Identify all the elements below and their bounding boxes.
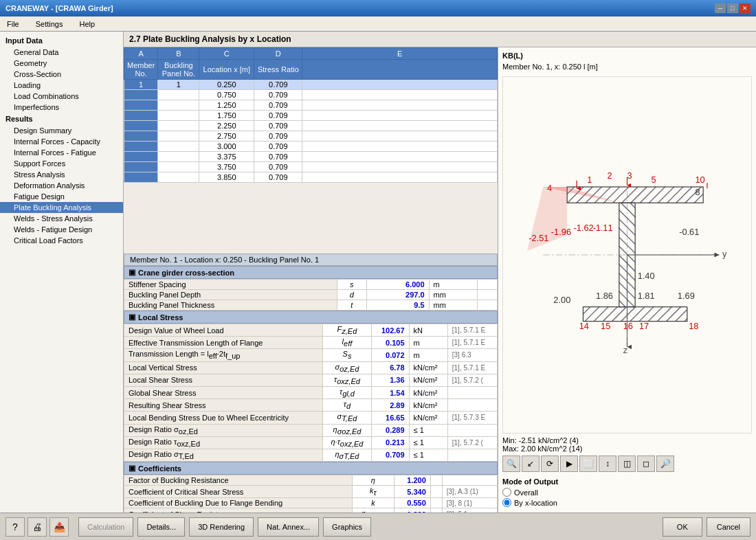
sidebar-item-welds-stress[interactable]: Welds - Stress Analysis xyxy=(0,213,123,224)
row-unit xyxy=(430,486,442,498)
cell-panel xyxy=(158,100,199,111)
play-icon[interactable]: ▶ xyxy=(560,455,578,472)
row-value: 1.36 xyxy=(371,374,409,386)
sidebar-item-stress-analysis[interactable]: Stress Analysis xyxy=(0,169,123,180)
svg-text:1.86: 1.86 xyxy=(596,291,613,301)
table-row[interactable]: 1.250 0.709 xyxy=(124,100,498,111)
svg-text:15: 15 xyxy=(601,321,610,331)
mode-by-x[interactable]: By x-location xyxy=(502,498,752,507)
table-row[interactable]: 3.375 0.709 xyxy=(124,152,498,162)
cell-location: 3.850 xyxy=(199,172,254,183)
nat-annex-button[interactable]: Nat. Annex... xyxy=(258,517,319,537)
frame-icon[interactable]: ◻ xyxy=(637,455,655,472)
svg-text:16: 16 xyxy=(623,321,633,331)
sidebar-item-design-summary[interactable]: Design Summary xyxy=(0,125,123,136)
zoom-icon[interactable]: 🔍 xyxy=(502,455,520,472)
table-row[interactable]: 3.850 0.709 xyxy=(124,172,498,183)
cell-e xyxy=(302,162,498,172)
sidebar-item-loading[interactable]: Loading xyxy=(0,80,123,91)
cell-location: 1.750 xyxy=(199,111,254,121)
svg-text:-1.11: -1.11 xyxy=(592,223,612,233)
sidebar-item-internal-forces-fatigue[interactable]: Internal Forces - Fatigue xyxy=(0,147,123,158)
detail-row: Effective Transmission Length of Flange … xyxy=(124,337,498,349)
table-row[interactable]: 0.750 0.709 xyxy=(124,90,498,100)
max-value: Max: 2.00 kN/cm^2 (14) xyxy=(502,445,752,453)
col-header-a: A xyxy=(124,48,158,60)
sidebar-item-imperfections[interactable]: Imperfections xyxy=(0,102,123,113)
table-row[interactable]: 1.750 0.709 xyxy=(124,111,498,121)
detail-row: Design Value of Wheel Load Fz,Ed 102.67 … xyxy=(124,324,498,337)
menu-help[interactable]: Help xyxy=(75,19,99,30)
row-label: Buckling Panel Thickness xyxy=(124,300,337,311)
cell-ratio: 0.709 xyxy=(254,80,302,90)
graphics-button[interactable]: Graphics xyxy=(323,517,371,537)
ok-button[interactable]: OK xyxy=(663,517,702,537)
cell-ratio: 0.709 xyxy=(254,100,302,111)
sidebar-item-plate-buckling[interactable]: Plate Buckling Analysis xyxy=(0,202,123,213)
mode-overall[interactable]: Overall xyxy=(502,488,752,497)
table-row[interactable]: 3.000 0.709 xyxy=(124,142,498,152)
detail-row: Coefficient of Buckling Due to Flange Be… xyxy=(124,498,498,508)
sidebar-item-welds-fatigue[interactable]: Welds - Fatigue Design xyxy=(0,224,123,235)
calculation-button[interactable]: Calculation xyxy=(78,517,133,537)
maximize-button[interactable]: □ xyxy=(727,3,738,13)
subheader-panel: Buckling Panel No. xyxy=(158,60,199,80)
row-ref xyxy=(447,386,497,398)
close-button[interactable]: ✕ xyxy=(740,3,751,13)
cell-e xyxy=(302,142,498,152)
fit-icon[interactable]: ↙ xyxy=(522,455,540,472)
cancel-button[interactable]: Cancel xyxy=(707,517,751,537)
cross-section-header[interactable]: ▣ Crane girder cross-section xyxy=(124,266,498,279)
row-symbol: leff xyxy=(323,337,371,349)
sidebar-item-general-data[interactable]: General Data xyxy=(0,47,123,58)
sidebar-item-deformation-analysis[interactable]: Deformation Analysis xyxy=(0,180,123,191)
left-panel: A B C D E Member No. Buckling Panel No. … xyxy=(124,47,498,513)
svg-text:3: 3 xyxy=(627,170,632,181)
row-ref: [3], A.3 (1) xyxy=(442,486,497,498)
sidebar-item-support-forces[interactable]: Support Forces xyxy=(0,158,123,169)
svg-text:8: 8 xyxy=(695,187,700,197)
sidebar-item-critical-load[interactable]: Critical Load Factors xyxy=(0,235,123,246)
min-value: Min: -2.51 kN/cm^2 (4) xyxy=(502,436,752,445)
row-ref xyxy=(477,290,497,300)
sidebar-item-fatigue-design[interactable]: Fatigue Design xyxy=(0,191,123,202)
split-icon[interactable]: ◫ xyxy=(618,455,636,472)
menu-file[interactable]: File xyxy=(3,19,23,30)
table-row[interactable]: 3.750 0.709 xyxy=(124,162,498,172)
mode-byx-radio[interactable] xyxy=(502,498,511,507)
sidebar-item-internal-forces-capacity[interactable]: Internal Forces - Capacity xyxy=(0,136,123,147)
coefficients-header[interactable]: ▣ Coefficients xyxy=(124,462,498,475)
detail-row: Transmission Length = leff·2tf_up Ss 0.0… xyxy=(124,349,498,361)
zoom-in-icon[interactable]: 🔎 xyxy=(656,455,674,472)
menu-bar: File Settings Help xyxy=(0,16,756,32)
help-icon-btn[interactable]: ? xyxy=(5,517,25,537)
menu-settings[interactable]: Settings xyxy=(32,19,67,30)
sidebar-item-cross-section[interactable]: Cross-Section xyxy=(0,69,123,80)
reset-icon[interactable]: ⟳ xyxy=(541,455,559,472)
sidebar-item-load-combinations[interactable]: Load Combinations xyxy=(0,91,123,102)
row-ref xyxy=(447,399,497,412)
height-icon[interactable]: ↕ xyxy=(599,455,616,472)
sidebar-item-geometry[interactable]: Geometry xyxy=(0,58,123,69)
print-icon-btn[interactable]: 🖨 xyxy=(27,517,47,537)
row-symbol: η·τoxz,Ed xyxy=(323,436,371,449)
select-icon[interactable]: ⬜ xyxy=(579,455,597,472)
cell-location: 3.750 xyxy=(199,162,254,172)
detail-row: Coefficient of Critical Shear Stress kτ … xyxy=(124,486,498,498)
mode-overall-radio[interactable] xyxy=(502,488,511,497)
table-row[interactable]: 1 1 0.250 0.709 xyxy=(124,80,498,90)
table-row[interactable]: 2.750 0.709 xyxy=(124,131,498,142)
row-value: 5.340 xyxy=(394,486,430,498)
row-symbol: ησT,Ed xyxy=(323,449,371,461)
export-icon-btn[interactable]: 📤 xyxy=(49,517,69,537)
rendering-button[interactable]: 3D Rendering xyxy=(189,517,254,537)
local-stress-header[interactable]: ▣ Local Stress xyxy=(124,311,498,324)
table-row[interactable]: 2.250 0.709 xyxy=(124,121,498,131)
row-label: Transmission Length = leff·2tf_up xyxy=(124,349,323,361)
cell-e xyxy=(302,172,498,183)
content-body: A B C D E Member No. Buckling Panel No. … xyxy=(124,47,756,513)
minimize-button[interactable]: ─ xyxy=(715,3,726,13)
details-button[interactable]: Details... xyxy=(137,517,185,537)
row-symbol: kτ xyxy=(352,486,394,498)
svg-text:4: 4 xyxy=(547,183,552,193)
